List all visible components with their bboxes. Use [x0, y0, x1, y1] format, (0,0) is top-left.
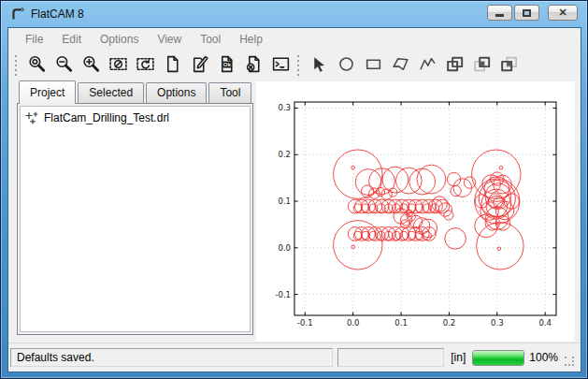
zoom-in-icon: [81, 54, 101, 78]
title-bar[interactable]: FlatCAM 8 ✕: [1, 1, 587, 27]
tool-bar: Ok: [8, 50, 581, 81]
close-icon: ✕: [558, 7, 566, 18]
union-button[interactable]: [441, 53, 468, 78]
units-label: [in]: [449, 351, 467, 364]
replot-button[interactable]: [132, 53, 159, 78]
subtract-icon: [472, 54, 492, 78]
tab-tool[interactable]: Tool: [208, 82, 251, 103]
window-title: FlatCAM 8: [31, 7, 84, 21]
draw-polyline-icon: [418, 54, 437, 78]
flatcam-logo-icon: [10, 7, 25, 22]
zoom-fit-button[interactable]: [23, 53, 50, 78]
progress-bar-fill: [473, 351, 523, 365]
shell-button[interactable]: [267, 53, 294, 78]
delete-object-icon: [244, 54, 264, 78]
replot-icon: [136, 54, 155, 78]
progress-bar: [472, 350, 524, 366]
shell-icon: [271, 54, 291, 78]
status-bar: Defaults saved. [in] 100%: [8, 343, 581, 372]
new-file-icon: [163, 54, 182, 78]
draw-polyline-button[interactable]: [414, 53, 441, 78]
draw-rectangle-icon: [364, 54, 383, 78]
status-message-field: Defaults saved.: [10, 348, 333, 367]
svg-text:0.3: 0.3: [278, 103, 291, 112]
drill-object-icon: [25, 111, 38, 124]
svg-text:0.1: 0.1: [394, 318, 408, 328]
svg-text:0.0: 0.0: [278, 243, 291, 253]
draw-circle-icon: [337, 54, 356, 78]
main-area: ProjectSelectedOptionsTool FlatCam_Drill…: [8, 81, 581, 343]
draw-circle-button[interactable]: [333, 53, 360, 78]
plot-figure[interactable]: -0.10.00.10.20.30.4-0.10.00.10.20.3: [256, 81, 575, 335]
save-ok-button[interactable]: Ok: [213, 53, 240, 78]
progress-percent-label: 100%: [529, 351, 558, 364]
status-secondary-field: [337, 348, 444, 367]
intersection-icon: [499, 54, 519, 78]
zoom-fit-icon: [27, 54, 47, 78]
clear-plot-button[interactable]: [105, 53, 132, 78]
subtract-button[interactable]: [468, 53, 495, 78]
menu-options[interactable]: Options: [91, 30, 148, 49]
resize-grip[interactable]: [565, 357, 577, 369]
svg-text:0.2: 0.2: [278, 150, 291, 159]
plot-toolbar-handle[interactable]: [14, 55, 18, 76]
menu-edit[interactable]: Edit: [52, 30, 91, 49]
draw-polygon-button[interactable]: [387, 53, 414, 78]
svg-text:0.1: 0.1: [278, 197, 291, 206]
geometry-toolbar-handle[interactable]: [296, 55, 300, 76]
intersection-button[interactable]: [495, 53, 523, 78]
close-button[interactable]: ✕: [548, 5, 578, 21]
tab-bar: ProjectSelectedOptionsTool: [17, 81, 253, 103]
svg-text:0.3: 0.3: [491, 318, 504, 328]
new-file-button[interactable]: [159, 53, 186, 78]
edit-file-icon: [190, 54, 209, 78]
tree-item-label: FlatCam_Drilling_Test.drl: [44, 111, 169, 124]
svg-text:0.2: 0.2: [443, 318, 456, 328]
maximize-button[interactable]: [514, 5, 539, 21]
project-tree-list: FlatCam_Drilling_Test.drl: [23, 109, 247, 126]
svg-text:Ok: Ok: [223, 62, 232, 67]
svg-text:0.0: 0.0: [347, 318, 360, 328]
app-window: FlatCAM 8 ✕ FileEditOptionsViewToolHelp …: [0, 0, 588, 379]
menu-bar: FileEditOptionsViewToolHelp: [8, 28, 581, 50]
tab-options[interactable]: Options: [146, 82, 207, 103]
svg-text:0.4: 0.4: [538, 318, 552, 328]
plot-canvas[interactable]: -0.10.00.10.20.30.4-0.10.00.10.20.3: [256, 81, 574, 342]
tree-item[interactable]: FlatCam_Drilling_Test.drl: [23, 109, 247, 126]
zoom-out-icon: [54, 54, 74, 78]
window-controls: ✕: [487, 5, 578, 21]
project-tree-panel[interactable]: FlatCam_Drilling_Test.drl: [17, 103, 253, 335]
zoom-in-button[interactable]: [78, 53, 105, 78]
maximize-icon: [523, 9, 531, 17]
draw-polygon-icon: [391, 54, 410, 78]
client-area: FileEditOptionsViewToolHelp Ok ProjectSe…: [7, 27, 581, 372]
svg-text:-0.1: -0.1: [297, 318, 313, 328]
left-column: ProjectSelectedOptionsTool FlatCam_Drill…: [17, 81, 253, 343]
menu-file[interactable]: File: [16, 30, 52, 49]
minimize-button[interactable]: [487, 5, 512, 21]
status-message: Defaults saved.: [17, 351, 94, 364]
tab-selected[interactable]: Selected: [78, 82, 144, 103]
save-ok-icon: Ok: [217, 54, 237, 78]
svg-text:-0.1: -0.1: [275, 290, 291, 299]
zoom-out-button[interactable]: [50, 53, 78, 78]
menu-view[interactable]: View: [148, 30, 191, 49]
draw-rectangle-button[interactable]: [360, 53, 387, 78]
edit-file-button[interactable]: [186, 53, 213, 78]
menu-help[interactable]: Help: [230, 30, 272, 49]
tab-project[interactable]: Project: [19, 80, 76, 104]
select-arrow-icon: [309, 54, 329, 78]
minimize-icon: [495, 14, 504, 17]
select-arrow-button[interactable]: [306, 53, 333, 78]
clear-plot-icon: [108, 54, 128, 78]
menu-tool[interactable]: Tool: [191, 30, 230, 49]
union-icon: [445, 54, 465, 78]
delete-object-button[interactable]: [240, 53, 267, 78]
